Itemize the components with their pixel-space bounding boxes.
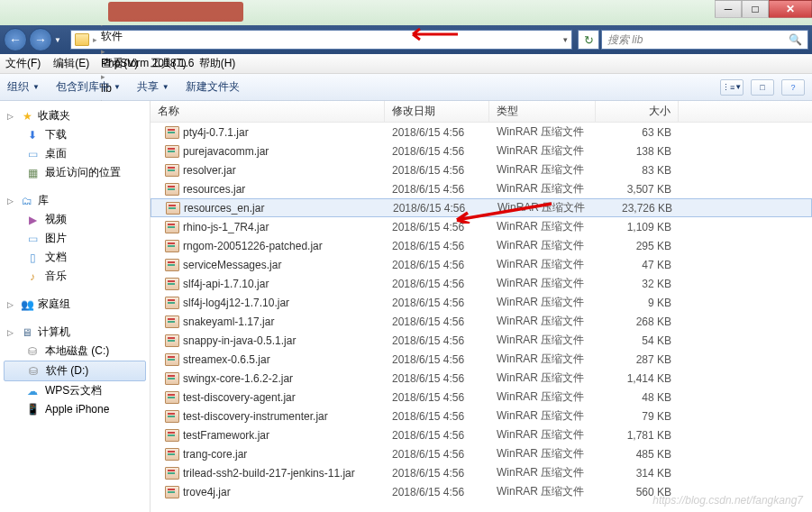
sidebar-item-drive[interactable]: 📱Apple iPhone xyxy=(0,400,150,418)
file-rows[interactable]: pty4j-0.7.1.jar2018/6/15 4:56WinRAR 压缩文件… xyxy=(151,123,812,512)
file-size: 1,109 KB xyxy=(596,221,679,233)
column-date[interactable]: 修改日期 xyxy=(385,101,489,122)
file-name: test-discovery-instrumenter.jar xyxy=(183,410,328,423)
file-size: 287 KB xyxy=(596,353,679,366)
sidebar-item-drive[interactable]: ☁WPS云文档 xyxy=(0,381,150,400)
file-row[interactable]: rngom-20051226-patched.jar2018/6/15 4:56… xyxy=(151,236,812,255)
column-name[interactable]: 名称 xyxy=(151,101,385,122)
file-size: 54 KB xyxy=(596,334,679,347)
sidebar-item-pictures[interactable]: ▭图片 xyxy=(0,229,150,248)
file-type: WinRAR 压缩文件 xyxy=(489,389,596,405)
archive-icon xyxy=(165,183,179,196)
share-menu[interactable]: 共享 ▼ xyxy=(137,79,169,95)
file-row[interactable]: swingx-core-1.6.2-2.jar2018/6/15 4:56Win… xyxy=(151,369,812,388)
file-size: 79 KB xyxy=(596,410,679,423)
file-size: 63 KB xyxy=(596,126,679,139)
help-button[interactable]: ? xyxy=(781,79,805,96)
search-input[interactable]: 搜索 lib 🔍 xyxy=(601,30,808,50)
computer-group[interactable]: ▷🖥计算机 xyxy=(0,323,150,342)
computer-icon: 🖥 xyxy=(20,325,34,340)
sidebar-item-documents[interactable]: ▯文档 xyxy=(0,248,150,267)
file-row[interactable]: rhino-js-1_7R4.jar2018/6/15 4:56WinRAR 压… xyxy=(151,217,812,236)
file-date: 2018/6/15 4:56 xyxy=(385,126,489,139)
file-row[interactable]: resources_en.jar2018/6/15 4:56WinRAR 压缩文… xyxy=(151,198,812,217)
file-row[interactable]: snappy-in-java-0.5.1.jar2018/6/15 4:56Wi… xyxy=(151,331,812,350)
file-date: 2018/6/15 4:56 xyxy=(385,183,489,196)
archive-icon xyxy=(165,391,179,404)
file-row[interactable]: slf4j-api-1.7.10.jar2018/6/15 4:56WinRAR… xyxy=(151,274,812,293)
forward-button[interactable]: → xyxy=(29,28,52,51)
computer-label: 计算机 xyxy=(38,325,70,340)
sidebar-item-desktop[interactable]: ▭桌面 xyxy=(0,144,150,163)
file-type: WinRAR 压缩文件 xyxy=(489,427,596,443)
file-row[interactable]: testFramework.jar2018/6/15 4:56WinRAR 压缩… xyxy=(151,425,812,444)
chevron-right-icon[interactable]: ▸ xyxy=(101,47,105,56)
file-name: resources_en.jar xyxy=(184,202,264,215)
menu-item[interactable]: 工具(T) xyxy=(151,56,186,71)
file-row[interactable]: resolver.jar2018/6/15 4:56WinRAR 压缩文件83 … xyxy=(151,160,812,179)
homegroup-group[interactable]: ▷👥家庭组 xyxy=(0,295,150,314)
menu-item[interactable]: 文件(F) xyxy=(5,56,41,71)
chevron-right-icon[interactable]: ▸ xyxy=(93,35,97,44)
address-bar[interactable]: ▸ 计算机 ▸ 软件 (D:) ▸ 软件 ▸ PhpStorm 2018.1.6… xyxy=(70,30,572,50)
new-folder-button[interactable]: 新建文件夹 xyxy=(186,79,240,95)
column-type[interactable]: 类型 xyxy=(489,101,596,122)
organize-menu[interactable]: 组织 ▼ xyxy=(7,79,40,95)
sidebar-item-music[interactable]: ♪音乐 xyxy=(0,267,150,286)
close-button[interactable]: ✕ xyxy=(769,0,812,18)
sidebar-item-drive[interactable]: ⛁本地磁盘 (C:) xyxy=(0,342,150,361)
history-dropdown-icon[interactable]: ▼ xyxy=(54,36,65,44)
view-options-button[interactable]: ⋮≡ ▼ xyxy=(720,79,744,96)
include-in-library-menu[interactable]: 包含到库中 ▼ xyxy=(56,79,121,95)
file-date: 2018/6/15 4:56 xyxy=(385,145,489,158)
navigation-bar: ← → ▼ ▸ 计算机 ▸ 软件 (D:) ▸ 软件 ▸ PhpStorm 20… xyxy=(0,25,812,54)
sidebar-item-drive[interactable]: ⛁软件 (D:) xyxy=(4,361,146,381)
file-row[interactable]: test-discovery-instrumenter.jar2018/6/15… xyxy=(151,407,812,425)
search-placeholder: 搜索 lib xyxy=(607,32,643,48)
file-list-area: 名称 修改日期 类型 大小 pty4j-0.7.1.jar2018/6/15 4… xyxy=(151,101,812,512)
menu-item[interactable]: 帮助(H) xyxy=(199,56,236,71)
address-dropdown-icon[interactable]: ▾ xyxy=(563,35,568,44)
libraries-label: 库 xyxy=(38,193,49,208)
file-name: purejavacomm.jar xyxy=(183,145,269,158)
column-size[interactable]: 大小 xyxy=(596,101,679,122)
menu-item[interactable]: 查看(V) xyxy=(102,56,138,71)
file-row[interactable]: slf4j-log4j12-1.7.10.jar2018/6/15 4:56Wi… xyxy=(151,293,812,312)
favorites-group[interactable]: ▷★收藏夹 xyxy=(0,106,150,125)
file-row[interactable]: serviceMessages.jar2018/6/15 4:56WinRAR … xyxy=(151,255,812,274)
libraries-group[interactable]: ▷🗂库 xyxy=(0,191,150,210)
file-row[interactable]: streamex-0.6.5.jar2018/6/15 4:56WinRAR 压… xyxy=(151,350,812,369)
menu-item[interactable]: 编辑(E) xyxy=(53,56,89,71)
archive-icon xyxy=(165,467,179,480)
file-name: slf4j-log4j12-1.7.10.jar xyxy=(183,297,289,309)
archive-icon xyxy=(165,145,179,158)
archive-icon xyxy=(165,334,179,347)
file-row[interactable]: pty4j-0.7.1.jar2018/6/15 4:56WinRAR 压缩文件… xyxy=(151,123,812,142)
file-row[interactable]: trang-core.jar2018/6/15 4:56WinRAR 压缩文件4… xyxy=(151,444,812,463)
file-type: WinRAR 压缩文件 xyxy=(489,257,596,272)
preview-pane-button[interactable]: □ xyxy=(751,79,774,96)
library-icon: 🗂 xyxy=(20,194,34,208)
file-type: WinRAR 压缩文件 xyxy=(489,314,596,329)
sidebar-item-recent[interactable]: ▦最近访问的位置 xyxy=(0,163,150,182)
refresh-button[interactable]: ↻ xyxy=(578,30,599,50)
file-type: WinRAR 压缩文件 xyxy=(489,238,596,253)
minimize-button[interactable]: ─ xyxy=(715,0,742,18)
maximize-button[interactable]: □ xyxy=(742,0,769,18)
file-row[interactable]: purejavacomm.jar2018/6/15 4:56WinRAR 压缩文… xyxy=(151,142,812,160)
sidebar-item-downloads[interactable]: ⬇下载 xyxy=(0,125,150,144)
back-button[interactable]: ← xyxy=(4,28,27,51)
redacted-region xyxy=(108,2,243,22)
file-type: WinRAR 压缩文件 xyxy=(489,276,596,291)
file-row[interactable]: snakeyaml-1.17.jar2018/6/15 4:56WinRAR 压… xyxy=(151,312,812,331)
file-row[interactable]: test-discovery-agent.jar2018/6/15 4:56Wi… xyxy=(151,388,812,407)
file-name: swingx-core-1.6.2-2.jar xyxy=(183,372,293,385)
drive-icon: ☁ xyxy=(25,384,40,398)
file-date: 2018/6/15 4:56 xyxy=(385,315,489,328)
file-row[interactable]: resources.jar2018/6/15 4:56WinRAR 压缩文件3,… xyxy=(151,179,812,198)
sidebar-item-videos[interactable]: ▶视频 xyxy=(0,210,150,229)
file-row[interactable]: trilead-ssh2-build-217-jenkins-11.jar201… xyxy=(151,463,812,482)
collapse-icon: ▷ xyxy=(7,197,16,206)
collapse-icon: ▷ xyxy=(7,112,16,121)
breadcrumb-segment[interactable]: 软件 xyxy=(101,29,194,44)
